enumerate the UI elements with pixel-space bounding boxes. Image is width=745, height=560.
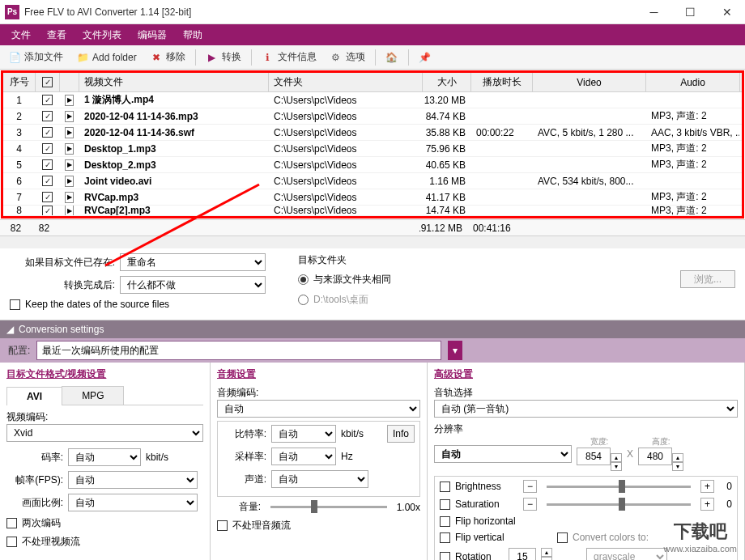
bitrate-select[interactable]: 自动 — [68, 448, 141, 466]
height-input[interactable]: 480 — [638, 448, 672, 465]
flipv-checkbox[interactable] — [440, 532, 450, 543]
adv-title: 高级设置 — [434, 366, 738, 383]
check-all[interactable]: ✓ — [42, 77, 53, 87]
convcolors-checkbox[interactable] — [557, 532, 568, 543]
tab-avi[interactable]: AVI — [6, 387, 62, 405]
table-header: 序号 ✓ 视频文件 文件夹 大小 播放时长 Video Audio — [3, 73, 742, 92]
width-up[interactable]: ▲ — [611, 453, 622, 462]
novideo-checkbox[interactable] — [6, 537, 17, 547]
close-button[interactable]: ✕ — [709, 0, 745, 24]
col-folder[interactable]: 文件夹 — [269, 73, 423, 91]
table-row[interactable]: 6✓▶Joint video.aviC:\Users\pc\Videos1.16… — [3, 173, 742, 189]
fps-label: 帧率(FPS): — [6, 473, 63, 487]
menu-filelist[interactable]: 文件列表 — [74, 24, 130, 45]
height-up[interactable]: ▲ — [672, 453, 683, 462]
home-icon: 🏠 — [385, 51, 398, 64]
aspect-select[interactable]: 自动 — [68, 494, 198, 511]
track-select[interactable]: 自动 (第一音轨) — [434, 400, 738, 418]
customfolder-radio[interactable] — [298, 295, 309, 305]
add-file-icon: 📄 — [8, 51, 21, 64]
menu-encoder[interactable]: 编码器 — [130, 24, 175, 45]
brightness-slider[interactable] — [547, 486, 691, 488]
options-button[interactable]: ⚙选项 — [325, 48, 370, 66]
afterconv-select[interactable]: 什么都不做 — [120, 276, 266, 294]
vcodec-select[interactable]: Xvid — [6, 424, 203, 442]
minimize-button[interactable]: ─ — [636, 0, 672, 24]
summary-size: 191.12 MB — [419, 220, 468, 235]
pin-icon: 📌 — [419, 51, 432, 64]
res-label: 分辨率 — [434, 422, 738, 436]
separator — [251, 49, 252, 66]
table-row[interactable]: 2✓▶2020-12-04 11-14-36.mp3C:\Users\pc\Vi… — [3, 108, 742, 125]
keepdates-label: Keep the dates of the source files — [25, 299, 169, 310]
add-file-button[interactable]: 📄添加文件 — [3, 48, 68, 66]
table-row[interactable]: 7✓▶RVCap.mp3C:\Users\pc\Videos41.17 KBMP… — [3, 189, 742, 206]
saturation-checkbox[interactable] — [440, 499, 450, 510]
col-check[interactable]: ✓ — [36, 73, 60, 91]
tab-mpg[interactable]: MPG — [62, 386, 124, 405]
video-format-panel: 目标文件格式/视频设置 AVI MPG 视频编码: Xvid 码率: 自动 kb… — [0, 363, 211, 560]
saturation-slider[interactable] — [547, 503, 691, 506]
table-row[interactable]: 3✓▶2020-12-04 11-14-36.swfC:\Users\pc\Vi… — [3, 125, 742, 141]
table-row[interactable]: 4✓▶Desktop_1.mp3C:\Users\pc\Videos75.96 … — [3, 141, 742, 157]
keepdates-checkbox[interactable] — [10, 299, 20, 310]
ifexists-label: 如果目标文件已存在: — [10, 256, 115, 269]
channels-select[interactable]: 自动 — [271, 470, 368, 488]
acodec-select[interactable]: 自动 — [217, 400, 420, 418]
samplerate-select[interactable]: 自动 — [271, 448, 336, 465]
res-select[interactable]: 自动 — [434, 445, 572, 463]
settings-columns: 目标文件格式/视频设置 AVI MPG 视频编码: Xvid 码率: 自动 kb… — [0, 363, 745, 560]
advanced-settings-panel: 高级设置 音轨选择 自动 (第一音轨) 分辨率 自动 宽度: 854▲▼ X 高… — [428, 363, 745, 560]
separator — [408, 49, 409, 66]
rotation-input[interactable]: 15 — [509, 548, 536, 560]
convert-button[interactable]: ▶转换 — [201, 48, 246, 66]
width-input[interactable]: 854 — [577, 448, 611, 465]
abitrate-select[interactable]: 自动 — [271, 425, 336, 443]
noaudio-checkbox[interactable] — [217, 520, 228, 531]
table-row[interactable]: 5✓▶Desktop_2.mp3C:\Users\pc\Videos40.65 … — [3, 157, 742, 173]
config-dropdown-button[interactable]: ▾ — [448, 341, 462, 360]
height-down[interactable]: ▼ — [672, 462, 683, 471]
col-duration[interactable]: 播放时长 — [471, 73, 533, 91]
browse-button[interactable]: 浏览... — [680, 270, 735, 288]
home-button[interactable]: 🏠 — [381, 49, 403, 66]
fileinfo-button[interactable]: ℹ文件信息 — [257, 48, 321, 66]
table-body: 1✓▶1 漩涡博人.mp4C:\Users\pc\Videos13.20 MB2… — [3, 92, 742, 216]
samefolder-radio[interactable] — [298, 274, 309, 285]
bitrate-label: 码率: — [6, 451, 63, 465]
config-select[interactable]: 最近一次编码所使用的配置 — [36, 341, 441, 360]
col-audio[interactable]: Audio — [646, 73, 740, 91]
conversion-settings-header[interactable]: ◢ Conversion settings — [0, 320, 745, 338]
remove-button[interactable]: ✖移除 — [145, 48, 190, 66]
add-folder-button[interactable]: 📁Add folder — [71, 49, 142, 66]
summary-count1: 82 — [0, 220, 32, 235]
twopass-checkbox[interactable] — [6, 518, 17, 528]
titlebar: Ps Free FLV to AVI Converter 1.14 [32-bi… — [0, 0, 745, 24]
menu-file[interactable]: 文件 — [3, 24, 39, 45]
maximize-button[interactable]: ☐ — [672, 0, 709, 24]
col-seq[interactable]: 序号 — [3, 73, 36, 91]
brightness-checkbox[interactable] — [440, 482, 450, 492]
aspect-label: 画面比例: — [6, 496, 63, 510]
fps-select[interactable]: 自动 — [68, 471, 198, 489]
col-icon[interactable] — [60, 73, 79, 91]
ifexists-select[interactable]: 重命名 — [120, 253, 266, 271]
table-row[interactable]: 8✓▶RVCap[2].mp3C:\Users\pc\Videos14.74 K… — [3, 206, 742, 216]
convcolors-select[interactable]: grayscale — [586, 548, 667, 560]
volume-value: 1.00x — [397, 502, 420, 513]
pin-button[interactable]: 📌 — [414, 49, 436, 66]
col-file[interactable]: 视频文件 — [79, 73, 269, 91]
audio-settings-panel: 音频设置 音频编码: 自动 比特率: 自动 kbit/s Info 采样率: 自… — [211, 363, 428, 560]
horizontal-scrollbar[interactable] — [0, 235, 745, 248]
width-down[interactable]: ▼ — [611, 462, 622, 471]
rotation-checkbox[interactable] — [440, 552, 450, 561]
menu-help[interactable]: 帮助 — [175, 24, 211, 45]
info-button[interactable]: Info — [387, 425, 415, 443]
volume-slider[interactable] — [270, 506, 387, 508]
fliph-checkbox[interactable] — [440, 516, 450, 527]
menu-view[interactable]: 查看 — [39, 24, 74, 45]
table-row[interactable]: 1✓▶1 漩涡博人.mp4C:\Users\pc\Videos13.20 MB — [3, 92, 742, 108]
col-size[interactable]: 大小 — [423, 73, 471, 91]
app-icon: Ps — [5, 5, 19, 19]
col-video[interactable]: Video — [533, 73, 646, 91]
